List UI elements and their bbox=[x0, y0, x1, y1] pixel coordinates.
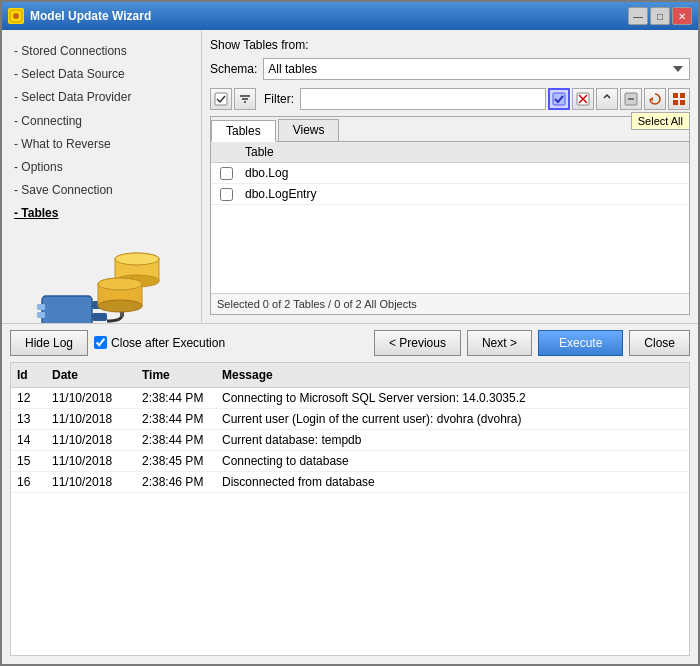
row-checkbox-1[interactable] bbox=[211, 188, 241, 201]
log-col-id: Id bbox=[11, 366, 46, 384]
svg-point-1 bbox=[13, 13, 19, 19]
log-message-2: Current database: tempdb bbox=[216, 432, 689, 448]
sidebar-item-tables[interactable]: - Tables bbox=[10, 202, 193, 225]
close-after-label[interactable]: Close after Execution bbox=[94, 336, 225, 350]
main-panel: Show Tables from: Schema: All tables dbo… bbox=[202, 30, 698, 323]
expand-btn[interactable] bbox=[596, 88, 618, 110]
filter-options-btn[interactable] bbox=[234, 88, 256, 110]
show-tables-label: Show Tables from: bbox=[210, 38, 309, 52]
title-bar: Model Update Wizard — □ ✕ bbox=[2, 2, 698, 30]
sidebar-image bbox=[10, 246, 193, 323]
sidebar-item-save-connection[interactable]: - Save Connection bbox=[10, 179, 193, 202]
row-name-0: dbo.Log bbox=[241, 166, 689, 180]
row-name-1: dbo.LogEntry bbox=[241, 187, 689, 201]
close-after-checkbox[interactable] bbox=[94, 336, 107, 349]
svg-rect-28 bbox=[680, 93, 685, 98]
log-date-3: 11/10/2018 bbox=[46, 453, 136, 469]
log-id-2: 14 bbox=[11, 432, 46, 448]
next-button[interactable]: Next > bbox=[467, 330, 532, 356]
log-row-4: 16 11/10/2018 2:38:46 PM Disconnected fr… bbox=[11, 472, 689, 493]
log-row-2: 14 11/10/2018 2:38:44 PM Current databas… bbox=[11, 430, 689, 451]
svg-rect-16 bbox=[215, 93, 227, 105]
log-id-0: 12 bbox=[11, 390, 46, 406]
svg-point-14 bbox=[98, 300, 142, 312]
tab-bar: Tables Views bbox=[211, 117, 689, 142]
show-tables-row: Show Tables from: bbox=[210, 38, 690, 52]
check-column-header bbox=[211, 145, 241, 159]
uncheck-all-btn[interactable] bbox=[572, 88, 594, 110]
title-buttons: — □ ✕ bbox=[628, 7, 692, 25]
toolbar-row: Filter: S bbox=[210, 88, 690, 110]
window-icon bbox=[8, 8, 24, 24]
table-column-header: Table bbox=[241, 145, 689, 159]
log-header: Id Date Time Message bbox=[11, 363, 689, 388]
svg-point-15 bbox=[98, 278, 142, 290]
check-all-btn[interactable] bbox=[548, 88, 570, 110]
select-checked-btn[interactable] bbox=[210, 88, 232, 110]
hide-log-button[interactable]: Hide Log bbox=[10, 330, 88, 356]
table-row[interactable]: dbo.LogEntry bbox=[211, 184, 689, 205]
checkbox-dbo-log[interactable] bbox=[220, 167, 233, 180]
maximize-button[interactable]: □ bbox=[650, 7, 670, 25]
minimize-button[interactable]: — bbox=[628, 7, 648, 25]
log-date-4: 11/10/2018 bbox=[46, 474, 136, 490]
sidebar-item-select-data-source[interactable]: - Select Data Source bbox=[10, 63, 193, 86]
checkbox-dbo-logentry[interactable] bbox=[220, 188, 233, 201]
refresh-btn[interactable] bbox=[644, 88, 666, 110]
log-time-0: 2:38:44 PM bbox=[136, 390, 216, 406]
filter-input[interactable] bbox=[300, 88, 546, 110]
log-date-2: 11/10/2018 bbox=[46, 432, 136, 448]
log-time-4: 2:38:46 PM bbox=[136, 474, 216, 490]
sidebar-item-select-data-provider[interactable]: - Select Data Provider bbox=[10, 86, 193, 109]
sidebar-item-stored-connections[interactable]: - Stored Connections bbox=[10, 40, 193, 63]
table-row[interactable]: dbo.Log bbox=[211, 163, 689, 184]
log-col-message: Message bbox=[216, 366, 689, 384]
schema-row: Schema: All tables dbo sys bbox=[210, 58, 690, 80]
close-window-button[interactable]: ✕ bbox=[672, 7, 692, 25]
title-bar-left: Model Update Wizard bbox=[8, 8, 151, 24]
log-message-4: Disconnected from database bbox=[216, 474, 689, 490]
svg-rect-4 bbox=[92, 313, 107, 321]
log-id-1: 13 bbox=[11, 411, 46, 427]
sidebar: - Stored Connections - Select Data Sourc… bbox=[2, 30, 202, 323]
svg-rect-2 bbox=[42, 296, 92, 323]
schema-select[interactable]: All tables dbo sys bbox=[263, 58, 690, 80]
tab-tables[interactable]: Tables bbox=[211, 120, 276, 142]
log-col-time: Time bbox=[136, 366, 216, 384]
settings-btn[interactable] bbox=[668, 88, 690, 110]
table-header: Table bbox=[211, 142, 689, 163]
svg-rect-30 bbox=[680, 100, 685, 105]
log-message-3: Connecting to database bbox=[216, 453, 689, 469]
schema-label: Schema: bbox=[210, 62, 257, 76]
tab-views[interactable]: Views bbox=[278, 119, 340, 141]
previous-button[interactable]: < Previous bbox=[374, 330, 461, 356]
tabs-container: Tables Views Table dbo.Log bbox=[210, 116, 690, 315]
log-row-1: 13 11/10/2018 2:38:44 PM Current user (L… bbox=[11, 409, 689, 430]
sidebar-item-connecting[interactable]: - Connecting bbox=[10, 110, 193, 133]
status-bar: Selected 0 of 2 Tables / 0 of 2 All Obje… bbox=[211, 293, 689, 314]
log-row-0: 12 11/10/2018 2:38:44 PM Connecting to M… bbox=[11, 388, 689, 409]
execute-button[interactable]: Execute bbox=[538, 330, 623, 356]
log-time-1: 2:38:44 PM bbox=[136, 411, 216, 427]
log-time-2: 2:38:44 PM bbox=[136, 432, 216, 448]
svg-rect-29 bbox=[673, 100, 678, 105]
row-checkbox-0[interactable] bbox=[211, 167, 241, 180]
svg-rect-27 bbox=[673, 93, 678, 98]
sidebar-item-options[interactable]: - Options bbox=[10, 156, 193, 179]
log-row-3: 15 11/10/2018 2:38:45 PM Connecting to d… bbox=[11, 451, 689, 472]
bottom-button-row: Hide Log Close after Execution < Previou… bbox=[2, 323, 698, 362]
svg-point-11 bbox=[115, 253, 159, 265]
content-area: - Stored Connections - Select Data Sourc… bbox=[2, 30, 698, 323]
svg-rect-6 bbox=[37, 312, 45, 318]
log-date-0: 11/10/2018 bbox=[46, 390, 136, 406]
select-all-tooltip: Select All bbox=[631, 112, 690, 130]
table-area: Table dbo.Log dbo.LogEntry bbox=[211, 142, 689, 293]
log-id-3: 15 bbox=[11, 453, 46, 469]
window-title: Model Update Wizard bbox=[30, 9, 151, 23]
collapse-btn[interactable] bbox=[620, 88, 642, 110]
sidebar-item-what-to-reverse[interactable]: - What to Reverse bbox=[10, 133, 193, 156]
close-button[interactable]: Close bbox=[629, 330, 690, 356]
svg-rect-5 bbox=[37, 304, 45, 310]
log-id-4: 16 bbox=[11, 474, 46, 490]
filter-label: Filter: bbox=[264, 92, 294, 106]
